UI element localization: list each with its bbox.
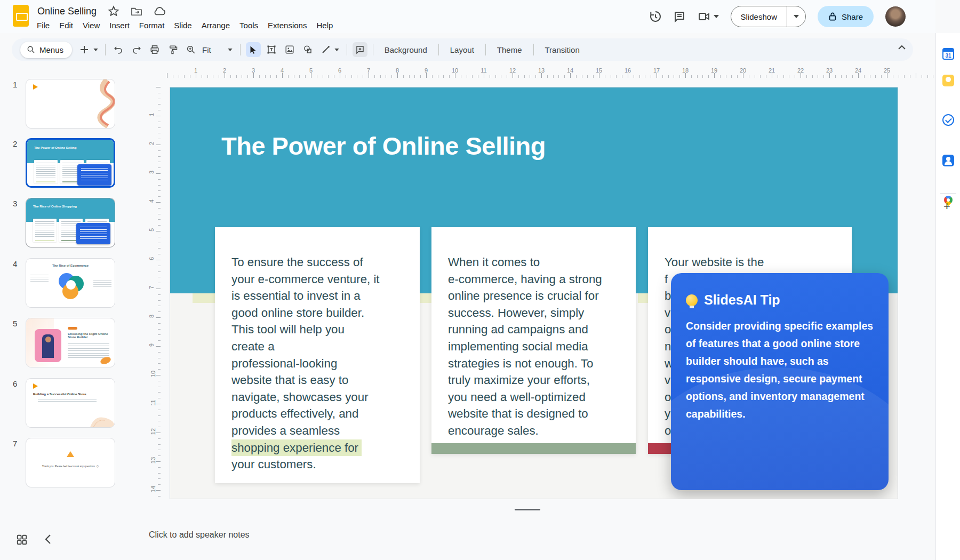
new-slide-button[interactable] [77,42,92,57]
text-card-2[interactable]: When it comes toe-commerce, having a str… [431,227,636,454]
menu-slide[interactable]: Slide [169,19,196,31]
menu-arrange[interactable]: Arrange [197,19,235,31]
filmstrip-row: 3 The Rise of Online Shopping [0,198,140,247]
mini-title: Choosing the Right Online Store Builder [68,332,111,339]
tasks-icon[interactable] [942,114,954,126]
cloud-saved-icon[interactable] [153,6,166,16]
hruler-number: 23 [826,67,833,74]
search-menus-button[interactable]: Menus [20,42,72,58]
card-text-line: good online store builder. [231,305,404,322]
slideshow-caret-icon[interactable] [787,15,805,18]
hruler-number: 20 [740,67,746,74]
vruler-number: 14 [150,486,156,492]
highlighted-text-line: shopping experience for [231,439,362,457]
menu-help[interactable]: Help [311,19,338,31]
hruler-number: 11 [481,67,486,74]
menu-extensions[interactable]: Extensions [263,19,311,31]
menu-insert[interactable]: Insert [105,19,134,31]
hruler-number: 24 [855,67,861,74]
menu-tools[interactable]: Tools [235,19,263,31]
new-slide-caret-icon[interactable] [91,42,100,57]
share-button[interactable]: Share [818,6,874,27]
slide-number: 2 [13,139,17,148]
account-avatar[interactable] [885,6,906,27]
slide-title[interactable]: The Power of Online Selling [221,131,546,161]
star-icon[interactable] [107,5,120,18]
comments-icon[interactable] [673,10,686,23]
slides-logo-icon[interactable] [13,5,29,27]
toolbar-divider [533,44,534,55]
google-slides-app: Online Selling FileEditViewInsertFormatS… [0,0,960,560]
speaker-notes-input[interactable]: Click to add speaker notes [149,530,250,540]
contacts-icon[interactable] [942,155,954,166]
layout-button[interactable]: Layout [443,45,482,54]
redo-button[interactable] [129,42,144,57]
insert-image-button[interactable] [282,42,297,57]
slide-thumbnail-1[interactable] [26,79,115,129]
accent-bar [420,293,431,303]
zoom-caret-icon[interactable] [226,42,235,57]
version-history-icon[interactable] [649,10,661,23]
card-text-line: Your website is the [665,254,836,271]
card-text-line: running ad campaigns and [448,321,620,338]
vruler-number: 12 [150,428,156,435]
select-tool-button[interactable] [246,42,261,57]
line-caret-icon[interactable] [333,42,341,57]
hruler-number: 6 [338,67,341,74]
calendar-icon[interactable]: 31 [942,48,954,60]
card-text-line: To ensure the success of [231,254,404,271]
mini-photo [35,329,61,362]
toolbar-divider [105,44,106,55]
document-title[interactable]: Online Selling [37,6,97,17]
card-text-line: encourage sales. [448,422,620,439]
slide-thumbnail-3[interactable]: The Rise of Online Shopping [26,198,115,247]
grid-view-icon[interactable] [16,534,28,546]
transition-button[interactable]: Transition [538,45,587,54]
move-folder-icon[interactable] [131,6,142,16]
zoom-button[interactable] [183,42,198,57]
theme-button[interactable]: Theme [490,45,530,54]
insert-comment-button[interactable] [353,42,367,57]
insert-line-button[interactable] [318,42,333,57]
insert-shape-button[interactable] [300,42,315,57]
slideshow-label: Slideshow [731,12,787,21]
text-box-tool-button[interactable] [264,42,279,57]
mini-title: The Rise of Online Shopping [33,205,77,208]
keep-icon[interactable] [942,75,954,86]
hruler-number: 5 [309,67,313,74]
slide-number: 6 [13,379,17,388]
filmstrip-row: 4The Rise of Ecommerce [0,258,140,308]
card-text-line: strategies is not enough. To [448,355,620,372]
slide-number: 4 [13,259,17,268]
slide-thumbnail-7[interactable]: Thank you. Please feel free to ask any q… [26,438,115,487]
slidesai-tip-popup[interactable]: SlidesAI Tip Consider providing specific… [671,273,889,490]
accent-bar [193,293,215,303]
meet-camera-icon[interactable] [698,10,710,23]
slide-thumbnail-4[interactable]: The Rise of Ecommerce [26,258,115,308]
slide-thumbnail-5[interactable]: Choosing the Right Online Store Builder [26,318,115,367]
search-icon [27,45,35,54]
slide-thumbnail-2[interactable]: The Power of Online Selling [26,138,115,188]
menu-edit[interactable]: Edit [54,19,78,31]
menu-view[interactable]: View [78,19,105,31]
filmstrip-row: 7 Thank you. Please feel free to ask any… [0,438,140,487]
meet-caret-icon[interactable] [714,15,719,18]
slide-canvas[interactable]: The Power of Online Selling To ensure th… [170,87,898,499]
print-button[interactable] [147,42,162,57]
slideshow-button[interactable]: Slideshow [731,6,806,27]
collapse-toolbar-icon[interactable] [898,45,906,50]
menu-format[interactable]: Format [134,19,170,31]
background-button[interactable]: Background [377,45,435,54]
paint-format-button[interactable] [165,42,180,57]
notes-resize-handle[interactable] [515,509,540,510]
undo-button[interactable] [111,42,126,57]
rail-divider [940,193,956,194]
toolbar-divider [373,44,373,55]
chevron-left-icon[interactable] [45,534,51,544]
text-card-1[interactable]: To ensure the success ofyour e-commerce … [215,227,420,483]
slide-thumbnail-6[interactable]: Building a Successful Online Store [26,378,115,428]
filmstrip-row: 1 [0,79,140,129]
get-addons-icon[interactable]: + [943,199,950,213]
zoom-select-value[interactable]: Fit [202,45,211,54]
menu-file[interactable]: File [32,19,54,31]
